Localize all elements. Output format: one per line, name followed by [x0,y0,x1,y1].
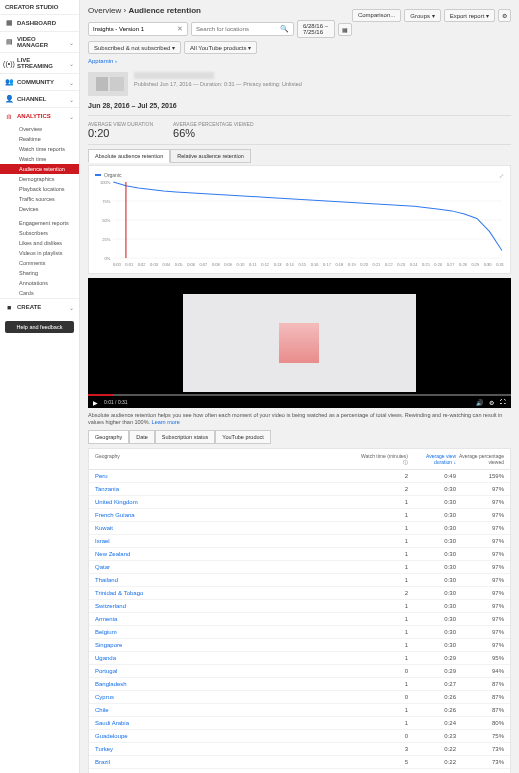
export-report-button[interactable]: Export report ▾ [444,9,495,22]
table-row: Guadeloupe00:2375% [89,730,510,743]
sidebar-item-channel[interactable]: 👤CHANNEL⌄ [0,90,79,107]
tab-relative[interactable]: Relative audience retention [170,149,251,163]
geo-cell[interactable]: Brazil [95,759,360,765]
help-feedback-button[interactable]: Help and feedback [5,321,74,333]
geo-cell[interactable]: Peru [95,473,360,479]
geo-cell[interactable]: Switzerland [95,603,360,609]
th-apv[interactable]: Average percentage viewed [456,453,504,465]
tab-absolute[interactable]: Absolute audience retention [88,149,170,163]
geo-cell[interactable]: Trinidad & Tobago [95,590,360,596]
geo-cell[interactable]: Qatar [95,564,360,570]
retention-chart[interactable]: 0%25%50%75%100% [95,180,504,260]
calendar-button[interactable]: ▦ [338,23,352,36]
player-settings-icon[interactable]: ⚙ [489,399,494,406]
geo-cell[interactable]: Cyprus [95,694,360,700]
volume-icon[interactable]: 🔊 [476,399,483,406]
main-content: Overview › Audience retention Comparison… [80,0,519,773]
clear-icon[interactable]: ✕ [177,25,183,33]
geo-cell[interactable]: Armenia [95,616,360,622]
sidebar-create[interactable]: ■ CREATE ⌄ [0,298,79,315]
sidebar-sub-likes-and-dislikes[interactable]: Likes and dislikes [14,238,79,248]
geo-cell[interactable]: Thailand [95,577,360,583]
sidebar-sub-engagement-reports[interactable]: Engagement reports [14,218,79,228]
location-search-field[interactable] [196,26,280,32]
geo-cell[interactable]: Guadeloupe [95,733,360,739]
learn-more-link[interactable]: Learn more [152,419,180,425]
table-row: Armenia10:3097% [89,613,510,626]
geo-cell[interactable]: Portugal [95,668,360,674]
blurred-video-content [279,323,319,363]
comparison-button[interactable]: Comparison... [352,9,401,22]
sidebar-sub-subscribers[interactable]: Subscribers [14,228,79,238]
avd-cell: 0:23 [408,733,456,739]
sidebar-sub-traffic-sources[interactable]: Traffic sources [14,194,79,204]
geo-cell[interactable]: Belgium [95,629,360,635]
settings-button[interactable]: ⚙ [498,9,511,22]
geo-cell[interactable]: United Kingdom [95,499,360,505]
sidebar-sub-demographics[interactable]: Demographics [14,174,79,184]
sidebar-item-dashboard[interactable]: ▦DASHBOARD [0,14,79,31]
channel-link[interactable]: Apptamin › [88,58,117,64]
geo-cell[interactable]: Saudi Arabia [95,720,360,726]
groups-button[interactable]: Groups ▾ [404,9,440,22]
geo-cell[interactable]: New Zealand [95,551,360,557]
breadcrumb-parent[interactable]: Overview [88,6,121,15]
fullscreen-icon[interactable]: ⛶ [500,399,506,405]
table-row: Trinidad & Tobago20:3097% [89,587,510,600]
filter-tab-geography[interactable]: Geography [88,430,129,444]
sidebar-sub-sharing[interactable]: Sharing [14,268,79,278]
avd-cell: 0:30 [408,499,456,505]
search-icon[interactable]: 🔍 [280,25,289,33]
sidebar-sub-watch-time[interactable]: Watch time [14,154,79,164]
sidebar-sub-overview[interactable]: Overview [14,124,79,134]
location-search-input[interactable]: 🔍 [191,22,294,36]
table-row: United Kingdom10:3097% [89,496,510,509]
geo-cell[interactable]: Singapore [95,642,360,648]
sidebar-sub-comments[interactable]: Comments [14,258,79,268]
th-geography[interactable]: Geography [95,453,360,465]
sidebar-item-community[interactable]: 👥COMMUNITY⌄ [0,73,79,90]
play-icon[interactable]: ▶ [93,399,98,406]
watch-cell: 1 [360,538,408,544]
video-search-field[interactable] [93,26,177,32]
filter-tab-subscription-status[interactable]: Subscription status [155,430,215,444]
sidebar-item-video-manager[interactable]: ▤VIDEO MANAGER⌄ [0,31,79,52]
th-watch-time[interactable]: Watch time (minutes) ⓘ [360,453,408,465]
table-row: Belgium10:3097% [89,626,510,639]
geo-cell[interactable]: Bangladesh [95,681,360,687]
avd-cell: 0:30 [408,564,456,570]
filter-tab-date[interactable]: Date [129,430,155,444]
filter-tab-youtube-product[interactable]: YouTube product [215,430,271,444]
subscribed-filter[interactable]: Subscribed & not subscribed ▾ [88,41,181,54]
sidebar-sub-cards[interactable]: Cards [14,288,79,298]
th-avd[interactable]: Average view duration ↓ [408,453,456,465]
table-row: Thailand10:3097% [89,574,510,587]
geo-cell[interactable]: French Guiana [95,512,360,518]
geo-cell[interactable]: Chile [95,707,360,713]
sidebar-sub-watch-time-reports[interactable]: Watch time reports [14,144,79,154]
avd-cell: 0:30 [408,525,456,531]
sidebar-sub-devices[interactable]: Devices [14,204,79,214]
apv-cell: 87% [456,707,504,713]
apv-cell: 97% [456,590,504,596]
sidebar-sub-playback-locations[interactable]: Playback locations [14,184,79,194]
sidebar-sub-realtime[interactable]: Realtime [14,134,79,144]
sidebar-analytics[interactable]: ılı ANALYTICS ⌄ [0,107,79,124]
svg-text:100%: 100% [100,180,111,185]
video-player[interactable]: ▶ 0:01 / 0:31 🔊 ⚙ ⛶ [88,278,511,408]
geo-cell[interactable]: Tanzania [95,486,360,492]
expand-icon[interactable]: ⤢ [499,172,504,179]
geo-cell[interactable]: Turkey [95,746,360,752]
product-filter[interactable]: All YouTube products ▾ [184,41,257,54]
sidebar-item-live-streaming[interactable]: ((•))LIVE STREAMING⌄ [0,52,79,73]
geo-cell[interactable]: Kuwait [95,525,360,531]
geo-cell[interactable]: Israel [95,538,360,544]
sidebar-sub-annotations[interactable]: Annotations [14,278,79,288]
date-range-picker[interactable]: 6/28/16 – 7/25/16 [297,20,335,38]
geo-cell[interactable]: Uganda [95,655,360,661]
video-search-input[interactable]: ✕ [88,22,188,36]
sidebar-sub-videos-in-playlists[interactable]: Videos in playlists [14,248,79,258]
sidebar-sub-audience-retention[interactable]: Audience retention [0,164,79,174]
avd-cell: 0:27 [408,681,456,687]
apv-cell: 97% [456,486,504,492]
